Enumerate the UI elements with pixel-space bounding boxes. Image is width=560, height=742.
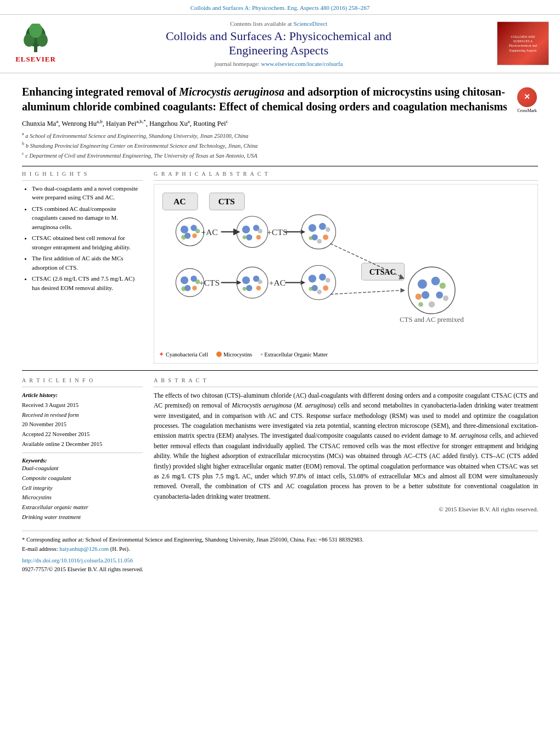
highlight-item-4: The first addition of AC aids the MCs ad… xyxy=(32,254,143,272)
legend-cyanobacteria: ✦ Cyanobacteria Cell xyxy=(159,350,208,359)
journal-center: Contents lists available at ScienceDirec… xyxy=(66,20,491,67)
svg-point-47 xyxy=(242,276,250,284)
homepage-url[interactable]: www.elsevier.com/locate/colsurfa xyxy=(261,60,343,67)
keyword-5: Extracellular organic matter xyxy=(22,503,143,512)
svg-point-67 xyxy=(418,279,427,288)
svg-text:+AC: +AC xyxy=(201,227,218,237)
abstract-section: A B S T R A C T The effects of two chito… xyxy=(154,377,538,522)
email-link[interactable]: haiyanhup@126.com xyxy=(59,546,109,552)
crossmark: CrossMark xyxy=(516,87,538,113)
journal-right-logo: COLLOIDS AND SURFACES A Physicochemical … xyxy=(497,21,549,65)
svg-point-49 xyxy=(246,284,252,291)
issn-line: 0927-7757/© 2015 Elsevier B.V. All right… xyxy=(22,565,538,574)
graphical-abstract-section: G R A P H I C A L A B S T R A C T AC CTS xyxy=(154,171,538,364)
sciencedirect-link[interactable]: ScienceDirect xyxy=(293,20,327,27)
keywords-section: Keywords: Dual-coagulant Composite coagu… xyxy=(22,458,143,522)
highlight-item-5: CTSAC (2.6 mg/L CTS and 7.5 mg/L AC) has… xyxy=(32,274,143,292)
legend-eom: ▪ Extracellular Organic Matter xyxy=(260,350,328,359)
keywords-label: Keywords: xyxy=(22,458,143,464)
abstract-divider xyxy=(154,387,538,387)
keywords-list: Dual-coagulant Composite coagulant Cell … xyxy=(22,464,143,522)
svg-point-32 xyxy=(323,235,328,240)
svg-point-50 xyxy=(256,286,261,291)
svg-point-15 xyxy=(195,228,200,233)
highlight-item-1: Two dual-coagulants and a novel composit… xyxy=(32,184,143,202)
svg-text:CTS and AC premixed: CTS and AC premixed xyxy=(400,315,464,323)
svg-text:AC: AC xyxy=(173,197,186,206)
svg-point-21 xyxy=(246,234,252,240)
affiliation-a: a a School of Environmental Science and … xyxy=(22,131,538,140)
bottom-divider xyxy=(22,370,538,371)
svg-point-40 xyxy=(192,286,197,291)
svg-point-73 xyxy=(429,301,435,307)
svg-text:+CTS: +CTS xyxy=(267,227,287,237)
article-history: Article history: Received 3 August 2015 … xyxy=(22,390,143,449)
logo-lines: COLLOIDS AND SURFACES A Physicochemical … xyxy=(509,35,537,53)
received-date: Received 3 August 2015 xyxy=(22,400,143,410)
journal-homepage: journal homepage: www.elsevier.com/locat… xyxy=(66,60,491,67)
ga-divider xyxy=(154,180,538,181)
crossmark-label: CrossMark xyxy=(517,108,537,113)
svg-text:+CTS: +CTS xyxy=(199,278,220,287)
article-info-divider xyxy=(22,387,143,387)
svg-point-75 xyxy=(418,302,423,307)
crossmark-logo xyxy=(517,87,537,107)
svg-point-29 xyxy=(309,224,316,232)
journal-header: ELSEVIER Contents lists available at Sci… xyxy=(0,15,560,74)
svg-point-51 xyxy=(243,287,247,291)
svg-point-52 xyxy=(257,279,262,284)
article-info-label: A R T I C L E I N F O xyxy=(22,377,143,383)
main-content: Enhancing integrated removal of Microcys… xyxy=(0,74,560,580)
graphical-abstract-box: AC CTS +AC xyxy=(154,184,538,364)
svg-point-72 xyxy=(439,282,445,288)
elsevier-logo: ELSEVIER xyxy=(11,24,60,64)
svg-point-19 xyxy=(242,225,250,233)
svg-line-79 xyxy=(331,290,401,294)
copyright-line: © 2015 Elsevier B.V. All rights reserved… xyxy=(154,506,538,512)
accepted-date: Accepted 22 November 2015 xyxy=(22,429,143,439)
keyword-1: Dual-coagulant xyxy=(22,464,143,473)
svg-point-41 xyxy=(181,286,186,291)
svg-point-46 xyxy=(237,267,268,298)
journal-title: Colloids and Surfaces A: Physicochemical… xyxy=(66,29,491,58)
highlights-section: H I G H L I G H T S Two dual-coagulants … xyxy=(22,171,143,364)
graphical-abstract-label: G R A P H I C A L A B S T R A C T xyxy=(154,171,538,177)
svg-point-60 xyxy=(323,285,328,291)
svg-point-58 xyxy=(319,274,326,281)
highlights-label: H I G H L I G H T S xyxy=(22,171,143,177)
svg-point-69 xyxy=(422,291,429,299)
svg-marker-80 xyxy=(400,288,405,293)
received-revised-date: 20 November 2015 xyxy=(22,420,143,429)
history-label: Article history: xyxy=(22,392,58,398)
abstract-text: The effects of two chitosan (CTS)–alumin… xyxy=(154,390,538,501)
doi-line: http://dx.doi.org/10.1016/j.colsurfa.201… xyxy=(22,556,538,566)
article-abstract-row: A R T I C L E I N F O Article history: R… xyxy=(22,377,538,522)
svg-point-57 xyxy=(309,275,316,282)
doi-link[interactable]: http://dx.doi.org/10.1016/j.colsurfa.201… xyxy=(22,557,133,564)
svg-point-34 xyxy=(326,227,331,232)
svg-point-23 xyxy=(243,235,247,239)
affiliations: a a School of Environmental Science and … xyxy=(22,131,538,160)
article-info-section: A R T I C L E I N F O Article history: R… xyxy=(22,377,143,522)
svg-point-37 xyxy=(181,276,188,284)
journal-reference-link[interactable]: Colloids and Surfaces A: Physicochem. En… xyxy=(191,4,370,11)
legend-microcystins: Microcystins xyxy=(216,352,252,358)
svg-point-22 xyxy=(256,235,261,240)
highlights-abstract-row: H I G H L I G H T S Two dual-coagulants … xyxy=(22,171,538,364)
keyword-6: Drinking water treatment xyxy=(22,512,143,522)
main-divider xyxy=(22,166,538,166)
affiliation-c: c c Department of Civil and Environmenta… xyxy=(22,150,538,160)
svg-point-74 xyxy=(443,295,449,301)
svg-point-30 xyxy=(319,222,326,230)
corresponding-author: * Corresponding author at: School of Env… xyxy=(22,535,538,545)
available-date: Available online 2 December 2015 xyxy=(22,439,143,449)
journal-reference-bar: Colloids and Surfaces A: Physicochem. En… xyxy=(0,0,560,15)
contents-line: Contents lists available at ScienceDirec… xyxy=(66,20,491,27)
keywords-divider xyxy=(22,453,143,453)
svg-point-70 xyxy=(436,292,443,299)
svg-point-10 xyxy=(181,225,188,233)
svg-point-71 xyxy=(415,293,421,299)
svg-point-35 xyxy=(317,239,322,244)
highlights-list: Two dual-coagulants and a novel composit… xyxy=(22,184,143,293)
svg-text:+AC: +AC xyxy=(269,278,286,287)
